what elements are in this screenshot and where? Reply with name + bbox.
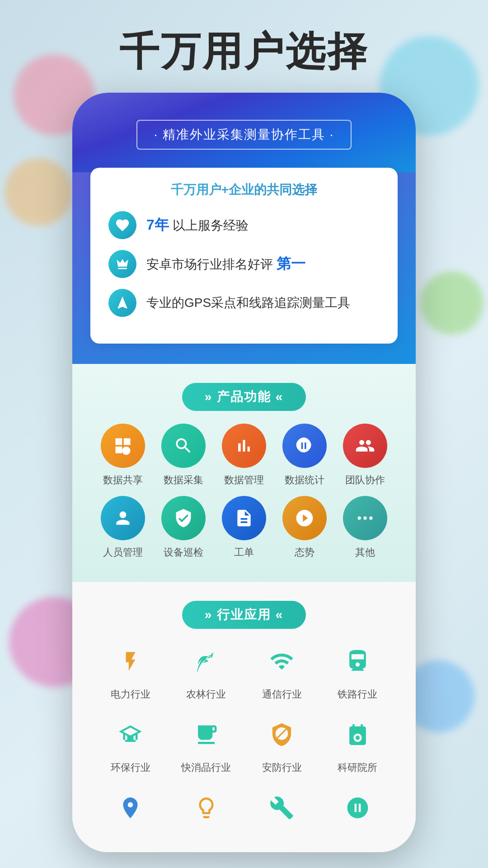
feature-label-people-manage: 人员管理	[103, 546, 143, 559]
industry-label-power: 电力行业	[111, 688, 150, 701]
header-banner: 精准外业采集测量协作工具	[136, 120, 351, 150]
industry-icon-telecom	[262, 642, 302, 681]
trust-text-2: 安卓市场行业排名好评 第一	[146, 254, 305, 274]
page-headline: 千万用户选择	[0, 25, 488, 79]
feature-label-work-order: 工单	[234, 546, 254, 559]
svg-point-0	[358, 516, 361, 519]
industry-extra-3[interactable]	[246, 788, 318, 834]
trust-icon-crown	[108, 250, 136, 278]
industry-label-agri: 农林行业	[186, 688, 226, 701]
product-section-title: » 产品功能 «	[182, 383, 306, 411]
svg-point-2	[369, 516, 372, 519]
phone-header: 精准外业采集测量协作工具	[72, 93, 416, 172]
feature-icon-device-check	[161, 496, 206, 540]
industry-icon-security	[262, 715, 302, 755]
industry-label-security: 安防行业	[262, 761, 302, 774]
industry-label-rail: 铁路行业	[338, 688, 377, 701]
feature-label-data-share: 数据共享	[103, 473, 143, 487]
feature-other[interactable]: 其他	[337, 496, 393, 559]
feature-icon-other	[343, 496, 387, 540]
industry-icon-extra-3	[262, 788, 302, 828]
industry-icon-extra-1	[111, 788, 150, 828]
industry-title-wrap: » 行业应用 «	[95, 601, 393, 629]
industry-icon-research	[338, 715, 377, 755]
trust-item-3: 专业的GPS采点和线路追踪测量工具	[108, 289, 380, 317]
industry-icon-env	[111, 715, 150, 755]
product-title-wrap: » 产品功能 «	[95, 383, 393, 411]
industry-extra-2[interactable]	[171, 788, 242, 834]
feature-label-device-check: 设备巡检	[164, 546, 203, 559]
feature-icon-team-collab	[343, 424, 387, 468]
feature-data-share[interactable]: 数据共享	[95, 424, 151, 487]
industry-icon-extra-2	[186, 788, 226, 828]
industry-icon-fmcg	[186, 715, 226, 755]
feature-icon-data-stats	[282, 424, 327, 468]
industry-label-env: 环保行业	[111, 761, 150, 774]
trust-card: 千万用户+企业的共同选择 7年 以上服务经验	[90, 168, 398, 344]
feature-label-other: 其他	[355, 546, 375, 559]
feature-work-order[interactable]: 工单	[216, 496, 272, 559]
industry-label-fmcg: 快消品行业	[181, 761, 231, 774]
feature-icon-work-order	[222, 496, 266, 540]
trust-card-title: 千万用户+企业的共同选择	[108, 181, 380, 198]
trust-item-1: 7年 以上服务经验	[108, 211, 380, 239]
feature-label-situation: 态势	[295, 546, 314, 559]
trust-text-3: 专业的GPS采点和线路追踪测量工具	[146, 294, 350, 311]
industry-icon-extra-4	[338, 788, 377, 828]
industry-icons-grid: 电力行业 农林行业 通信行业	[95, 642, 393, 834]
industry-icon-agri	[186, 642, 226, 681]
feature-people-manage[interactable]: 人员管理	[95, 496, 151, 559]
feature-team-collab[interactable]: 团队协作	[337, 424, 393, 487]
industry-icon-rail	[338, 642, 377, 681]
feature-device-check[interactable]: 设备巡检	[155, 496, 211, 559]
industry-security[interactable]: 安防行业	[246, 715, 318, 774]
industry-section-title: » 行业应用 «	[182, 601, 306, 629]
feature-icon-data-share	[101, 424, 145, 468]
industry-research[interactable]: 科研院所	[322, 715, 394, 774]
feature-situation[interactable]: 态势	[277, 496, 333, 559]
svg-point-1	[363, 516, 366, 519]
industry-rail[interactable]: 铁路行业	[322, 642, 394, 701]
feature-data-manage[interactable]: 数据管理	[216, 424, 272, 487]
trust-icon-gps	[108, 289, 136, 317]
industry-power[interactable]: 电力行业	[95, 642, 166, 701]
feature-icon-data-collect	[161, 424, 206, 468]
feature-icon-data-manage	[222, 424, 266, 468]
industry-label-research: 科研院所	[338, 761, 377, 774]
product-icons-grid: 数据共享 数据采集 数据管理	[95, 424, 393, 559]
industry-telecom[interactable]: 通信行业	[246, 642, 318, 701]
feature-data-stats[interactable]: 数据统计	[277, 424, 333, 487]
industry-env[interactable]: 环保行业	[95, 715, 166, 774]
feature-icon-people-manage	[101, 496, 145, 540]
industry-icon-power	[111, 642, 150, 681]
feature-label-data-manage: 数据管理	[224, 473, 264, 487]
features-section: » 产品功能 « 数据共享 数据采集	[72, 364, 416, 582]
trust-item-2: 安卓市场行业排名好评 第一	[108, 250, 380, 278]
industry-fmcg[interactable]: 快消品行业	[171, 715, 242, 774]
feature-data-collect[interactable]: 数据采集	[155, 424, 211, 487]
industry-label-telecom: 通信行业	[262, 688, 302, 701]
feature-label-data-stats: 数据统计	[285, 473, 324, 487]
industry-section: » 行业应用 « 电力行业 农林行业	[72, 582, 416, 852]
trust-icon-heart	[108, 211, 136, 239]
industry-extra-4[interactable]	[322, 788, 394, 834]
trust-text-1: 7年 以上服务经验	[146, 215, 249, 235]
feature-label-team-collab: 团队协作	[345, 473, 385, 487]
feature-label-data-collect: 数据采集	[164, 473, 203, 487]
phone-frame: 精准外业采集测量协作工具 千万用户+企业的共同选择 7年 以上服务经验	[72, 93, 416, 852]
industry-extra-1[interactable]	[95, 788, 166, 834]
feature-icon-situation	[282, 496, 327, 540]
industry-agri[interactable]: 农林行业	[171, 642, 242, 701]
